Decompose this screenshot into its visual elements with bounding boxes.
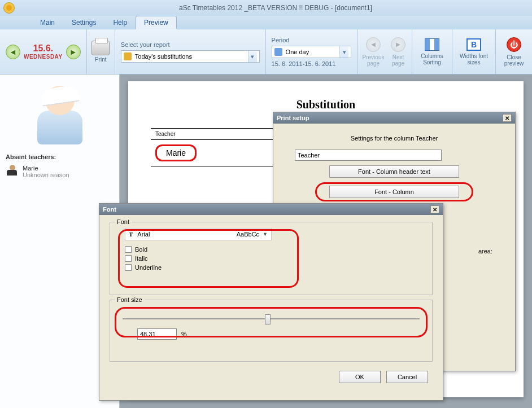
report-combo[interactable]: Today's substitutions ▾ xyxy=(121,50,260,63)
power-icon: ⏻ xyxy=(507,37,521,52)
date-number: 15.6. xyxy=(24,43,63,54)
calendar-icon xyxy=(274,48,282,56)
report-icon xyxy=(124,52,132,60)
cancel-button[interactable]: Cancel xyxy=(386,371,428,383)
titlebar: aSc Timetables 2012 _BETA VERSION !! DEB… xyxy=(0,0,532,16)
italic-checkbox[interactable]: Italic xyxy=(125,255,425,262)
period-group: Period One day ▾ 15. 6. 2011-15. 6. 2011 xyxy=(266,29,357,74)
report-group: Select your report Today's substitutions… xyxy=(115,29,266,74)
next-page-label: Next page xyxy=(388,54,408,67)
arrow-right-icon: ► xyxy=(391,37,405,52)
fontsize-legend: Font size xyxy=(115,296,145,303)
checkbox-icon xyxy=(125,255,132,262)
report-value: Today's substitutions xyxy=(135,53,192,60)
report-header: Select your report xyxy=(121,41,170,48)
next-page-button[interactable]: ► Next page xyxy=(388,37,408,67)
print-dialog-title: Print setup xyxy=(277,115,309,121)
font-dialog-body: Font T Arial AaBbCc ▼ Bold Italic Underl… xyxy=(99,215,443,390)
font-t-icon: T xyxy=(129,231,133,238)
date-weekday: WEDNESDAY xyxy=(24,54,63,60)
document-title: Substitution xyxy=(151,98,501,111)
highlight-annotation: Font - Column xyxy=(315,182,473,201)
close-label: Close preview xyxy=(503,54,525,67)
chevron-down-icon: ▾ xyxy=(248,51,257,62)
print-dialog-header: Settings for the column Teacher xyxy=(284,135,505,142)
page-nav-group: ◄ Previous page ► Next page xyxy=(357,29,412,74)
columns-sorting-button[interactable]: Columns Sorting xyxy=(417,37,447,67)
widths-icon: B xyxy=(466,38,481,51)
tab-settings[interactable]: Settings xyxy=(63,16,104,29)
tab-preview[interactable]: Preview xyxy=(136,16,177,29)
arrow-left-icon: ◄ xyxy=(366,37,381,52)
chevron-down-icon: ▼ xyxy=(263,231,268,237)
column-name-input[interactable] xyxy=(295,150,442,161)
titlebar-text: aSc Timetables 2012 _BETA VERSION !! DEB… xyxy=(19,4,532,12)
period-combo[interactable]: One day ▾ xyxy=(272,46,351,58)
dialog-buttons: OK Cancel xyxy=(104,366,438,388)
teacher-info: Marie Unknown reason xyxy=(23,165,69,178)
close-icon[interactable]: ✕ xyxy=(503,114,512,122)
close-preview-button[interactable]: ⏻ Close preview xyxy=(500,36,527,68)
tab-row: Main Settings Help Preview xyxy=(0,16,532,29)
person-icon xyxy=(7,165,18,176)
teacher-name: Marie xyxy=(23,165,69,172)
cols-sort-label: Columns Sorting xyxy=(419,53,445,65)
printer-icon[interactable] xyxy=(91,41,110,55)
fontsize-input[interactable] xyxy=(137,328,177,340)
current-date[interactable]: 15.6. WEDNESDAY xyxy=(24,43,63,60)
underline-checkbox[interactable]: Underline xyxy=(125,264,425,271)
ribbon: ◄ 15.6. WEDNESDAY ► Print Select your re… xyxy=(0,29,532,74)
absent-teachers-label: Absent teachers: xyxy=(6,153,114,160)
tab-help[interactable]: Help xyxy=(104,16,136,29)
font-sample: AaBbCc xyxy=(237,231,259,238)
slider-wrap: % xyxy=(117,306,425,343)
prev-page-label: Previous page xyxy=(361,54,386,67)
ok-button[interactable]: OK xyxy=(339,371,381,383)
widths-fontsizes-button[interactable]: B Widths font sizes xyxy=(457,37,491,67)
font-column-button[interactable]: Font - Column xyxy=(329,186,459,198)
widths-label: Widths font sizes xyxy=(459,53,489,65)
fontsize-fieldset: Font size % xyxy=(110,300,433,362)
area-label: area: xyxy=(478,248,492,255)
close-group: ⏻ Close preview xyxy=(496,29,532,74)
font-legend: Font xyxy=(115,218,132,225)
cell-marie: Marie xyxy=(155,144,197,161)
absent-avatar-image xyxy=(34,82,85,144)
font-fieldset: Font T Arial AaBbCc ▼ Bold Italic Underl… xyxy=(110,222,433,295)
font-dialog-title: Font xyxy=(103,206,116,213)
print-label: Print xyxy=(95,56,107,63)
percent-label: % xyxy=(181,331,187,337)
period-header: Period xyxy=(272,37,290,43)
font-dialog: Font ✕ Font T Arial AaBbCc ▼ Bold Italic… xyxy=(99,203,443,401)
prev-day-button[interactable]: ◄ xyxy=(6,45,20,59)
fontsize-slider[interactable] xyxy=(123,318,420,319)
next-day-button[interactable]: ► xyxy=(66,45,81,59)
checkbox-icon xyxy=(125,246,132,253)
previous-page-button[interactable]: ◄ Previous page xyxy=(361,37,386,67)
print-group: Print xyxy=(87,29,115,74)
app-icon xyxy=(3,2,15,14)
close-icon[interactable]: ✕ xyxy=(430,205,439,213)
widths-group: B Widths font sizes xyxy=(452,29,496,74)
print-dialog-body: Settings for the column Teacher Font - C… xyxy=(273,124,515,213)
chevron-down-icon: ▾ xyxy=(339,46,348,58)
period-range: 15. 6. 2011-15. 6. 2011 xyxy=(272,60,336,67)
columns-sorting-group: Columns Sorting xyxy=(412,29,452,74)
font-header-button[interactable]: Font - Column header text xyxy=(329,165,459,178)
teacher-reason: Unknown reason xyxy=(23,172,69,178)
bold-checkbox[interactable]: Bold xyxy=(125,246,425,253)
columns-icon xyxy=(425,38,439,51)
font-dialog-titlebar[interactable]: Font ✕ xyxy=(99,204,443,215)
slider-thumb[interactable] xyxy=(265,314,271,324)
period-value: One day xyxy=(286,49,309,55)
teacher-item[interactable]: Marie Unknown reason xyxy=(6,163,114,181)
print-dialog-titlebar[interactable]: Print setup ✕ xyxy=(273,112,515,124)
tab-main[interactable]: Main xyxy=(32,16,63,29)
font-name: Arial xyxy=(137,231,150,238)
font-family-combo[interactable]: T Arial AaBbCc ▼ xyxy=(125,228,272,240)
date-nav-group: ◄ 15.6. WEDNESDAY ► xyxy=(0,29,87,74)
checkbox-icon xyxy=(125,264,132,271)
